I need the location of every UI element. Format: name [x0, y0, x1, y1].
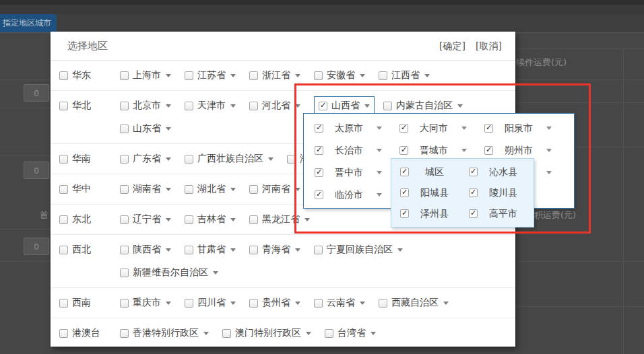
province-dropdown-arrow-icon[interactable]	[306, 332, 311, 335]
province-checkbox[interactable]	[249, 102, 258, 110]
region-checkbox[interactable]	[59, 155, 68, 164]
confirm-button[interactable]: [确定]	[439, 40, 465, 51]
province-dropdown-arrow-icon[interactable]	[166, 302, 171, 305]
province-checkbox[interactable]	[120, 102, 129, 110]
province-dropdown-arrow-icon[interactable]	[213, 271, 218, 275]
province-dropdown-arrow-icon[interactable]	[166, 188, 171, 191]
province-dropdown-arrow-icon[interactable]	[230, 188, 236, 191]
city-dropdown-arrow-icon[interactable]	[461, 127, 467, 130]
province-dropdown-arrow-icon[interactable]	[371, 332, 376, 335]
province-dropdown-arrow-icon[interactable]	[230, 104, 236, 108]
province-checkbox[interactable]	[379, 299, 387, 308]
city-dropdown-arrow-icon[interactable]	[546, 127, 552, 130]
cancel-button[interactable]: [取消]	[476, 40, 502, 51]
city-checkbox[interactable]	[315, 124, 323, 133]
province-checkbox[interactable]	[185, 71, 193, 80]
province-dropdown-arrow-icon[interactable]	[166, 218, 171, 221]
city-dropdown-arrow-icon[interactable]	[461, 149, 467, 152]
county-checkbox[interactable]	[400, 168, 409, 176]
region-checkbox[interactable]	[59, 215, 68, 224]
province-dropdown-arrow-icon[interactable]	[166, 127, 171, 131]
city-dropdown-arrow-icon[interactable]	[377, 193, 382, 197]
bg-number-input[interactable]: 0	[24, 162, 49, 179]
province-dropdown-arrow-icon[interactable]	[166, 104, 171, 108]
region-checkbox[interactable]	[59, 299, 68, 308]
province-checkbox[interactable]	[383, 102, 392, 110]
city-checkbox[interactable]	[484, 146, 493, 155]
city-dropdown-arrow-icon[interactable]	[546, 171, 552, 174]
city-checkbox[interactable]	[399, 146, 408, 155]
city-dropdown-arrow-icon[interactable]	[546, 149, 552, 152]
province-dropdown-arrow-icon[interactable]	[424, 74, 430, 77]
province-dropdown-arrow-icon[interactable]	[295, 302, 300, 305]
province-checkbox[interactable]	[314, 299, 323, 308]
province-dropdown-arrow-icon[interactable]	[166, 157, 171, 161]
province-checkbox[interactable]	[249, 246, 258, 254]
bg-number-input[interactable]: 0	[24, 84, 49, 102]
province-dropdown-arrow-icon[interactable]	[360, 302, 365, 305]
province-dropdown-arrow-icon[interactable]	[457, 104, 463, 108]
city-dropdown-arrow-icon[interactable]	[377, 127, 382, 130]
city-checkbox[interactable]	[399, 124, 408, 133]
province-dropdown-arrow-icon[interactable]	[268, 157, 273, 161]
county-checkbox[interactable]	[469, 188, 478, 197]
province-checkbox[interactable]	[185, 246, 193, 254]
province-dropdown-arrow-icon[interactable]	[166, 248, 171, 252]
province-dropdown-arrow-icon[interactable]	[230, 302, 236, 305]
province-checkbox[interactable]	[249, 185, 258, 194]
province-checkbox[interactable]	[120, 215, 129, 224]
province-dropdown-arrow-icon[interactable]	[295, 188, 300, 191]
province-checkbox[interactable]	[120, 71, 129, 80]
province-checkbox[interactable]	[120, 185, 129, 194]
city-checkbox[interactable]	[315, 168, 323, 177]
province-dropdown-arrow-icon[interactable]	[295, 104, 300, 108]
county-checkbox[interactable]	[469, 209, 478, 218]
province-checkbox[interactable]	[379, 71, 387, 80]
city-checkbox[interactable]	[484, 124, 493, 133]
region-checkbox[interactable]	[59, 185, 68, 194]
county-checkbox[interactable]	[400, 188, 409, 197]
province-dropdown-arrow-icon[interactable]	[295, 248, 300, 252]
province-checkbox[interactable]	[120, 246, 129, 254]
province-dropdown-arrow-icon[interactable]	[203, 332, 209, 335]
province-dropdown-arrow-icon[interactable]	[364, 104, 370, 108]
province-checkbox[interactable]	[314, 71, 323, 80]
province-checkbox[interactable]	[185, 155, 193, 164]
province-dropdown-arrow-icon[interactable]	[295, 74, 300, 77]
province-checkbox[interactable]	[314, 246, 323, 254]
province-dropdown-arrow-icon[interactable]	[230, 74, 236, 77]
city-checkbox[interactable]	[315, 190, 323, 199]
province-checkbox[interactable]	[185, 102, 193, 110]
province-dropdown-arrow-icon[interactable]	[304, 218, 310, 221]
region-checkbox[interactable]	[59, 329, 68, 338]
province-checkbox[interactable]	[120, 155, 129, 164]
province-dropdown-arrow-icon[interactable]	[360, 74, 365, 77]
region-checkbox[interactable]	[59, 102, 68, 110]
tab-specified-region-city[interactable]: 指定地区城市	[0, 14, 57, 32]
city-dropdown-arrow-icon[interactable]	[377, 171, 382, 174]
province-dropdown-arrow-icon[interactable]	[230, 248, 236, 252]
province-checkbox[interactable]	[287, 155, 296, 164]
province-checkbox[interactable]	[120, 329, 129, 338]
region-checkbox[interactable]	[59, 246, 68, 254]
province-checkbox[interactable]	[249, 299, 258, 308]
province-dropdown-arrow-icon[interactable]	[397, 248, 403, 252]
province-checkbox[interactable]	[120, 125, 129, 133]
province-checkbox[interactable]	[249, 215, 258, 224]
province-checkbox[interactable]	[185, 299, 193, 308]
province-checkbox[interactable]	[222, 329, 231, 338]
county-checkbox[interactable]	[469, 168, 478, 176]
province-checkbox[interactable]	[249, 71, 258, 80]
county-checkbox[interactable]	[400, 209, 409, 218]
province-checkbox[interactable]	[185, 215, 193, 224]
province-checkbox[interactable]	[120, 299, 129, 308]
province-checkbox[interactable]	[319, 102, 327, 110]
province-dropdown-arrow-icon[interactable]	[230, 218, 236, 221]
city-dropdown-arrow-icon[interactable]	[377, 149, 382, 152]
province-checkbox[interactable]	[325, 329, 333, 338]
bg-number-input[interactable]: 0	[24, 238, 49, 255]
region-checkbox[interactable]	[59, 71, 68, 80]
province-dropdown-arrow-icon[interactable]	[166, 74, 171, 77]
province-checkbox[interactable]	[120, 269, 129, 277]
city-checkbox[interactable]	[315, 146, 323, 155]
